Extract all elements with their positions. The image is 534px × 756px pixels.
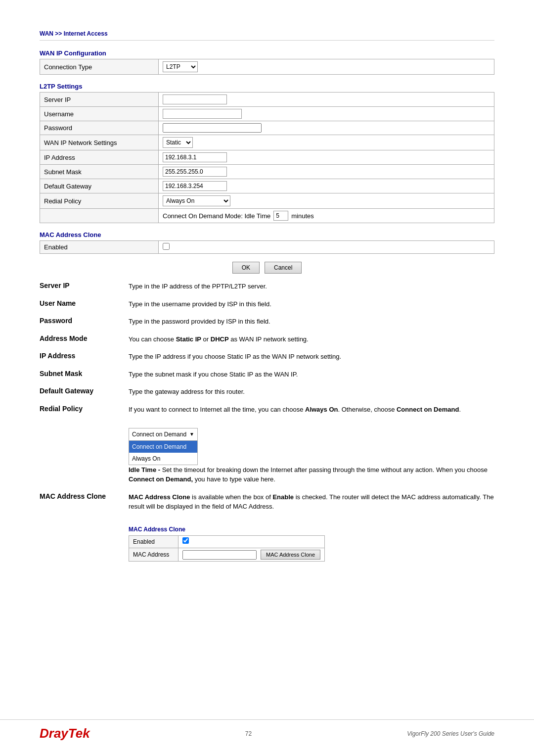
table-row: Default Gateway bbox=[40, 179, 494, 193]
wan-ip-config-title: WAN IP Configuration bbox=[40, 49, 494, 57]
dropdown-header[interactable]: Connect on Demand ▼ bbox=[129, 428, 197, 441]
logo-tek: Tek bbox=[68, 726, 90, 741]
l2tp-settings-title: L2TP Settings bbox=[40, 83, 494, 90]
dropdown-option-always-on[interactable]: Always On bbox=[129, 453, 197, 465]
breadcrumb: WAN >> Internet Access bbox=[40, 30, 494, 41]
mac-clone-top-table: Enabled bbox=[40, 240, 494, 254]
mac-enabled-checkbox[interactable] bbox=[163, 243, 170, 250]
server-ip-input[interactable] bbox=[163, 94, 227, 104]
mac-enabled-label: Enabled bbox=[40, 241, 159, 254]
desc-content-subnet-mask: Type the subnet mask if you chose Static… bbox=[129, 370, 494, 379]
table-row: Server IP bbox=[40, 93, 494, 107]
guide-title: VigorFly 200 Series User's Guide bbox=[407, 730, 494, 737]
redial-policy-label: Redial Policy bbox=[40, 193, 159, 209]
table-row: Username bbox=[40, 107, 494, 121]
desc-ip-address: IP Address Type the IP address if you ch… bbox=[40, 352, 494, 362]
desc-content-address-mode: You can choose Static IP or DHCP as WAN … bbox=[129, 334, 494, 344]
desc-password: Password Type in the password provided b… bbox=[40, 317, 494, 327]
connection-type-select[interactable]: L2TP PPTP PPPoE DHCP Static IP bbox=[163, 61, 198, 72]
subnet-mask-label: Subnet Mask bbox=[40, 165, 159, 179]
ok-button[interactable]: OK bbox=[232, 262, 260, 274]
subnet-mask-input[interactable] bbox=[163, 167, 227, 177]
mac-address-input[interactable] bbox=[182, 550, 257, 560]
brand-logo: DrayTek bbox=[40, 726, 90, 741]
mac-clone-bottom-table: Enabled MAC Address MAC Address Clone bbox=[129, 535, 325, 562]
desc-subnet-mask: Subnet Mask Type the subnet mask if you … bbox=[40, 370, 494, 379]
dropdown-demo[interactable]: Connect on Demand ▼ Connect on Demand Al… bbox=[129, 428, 198, 465]
desc-label-subnet-mask: Subnet Mask bbox=[40, 370, 129, 378]
desc-content-server-ip: Type in the IP address of the PPTP/L2TP … bbox=[129, 282, 494, 291]
desc-address-mode: Address Mode You can choose Static IP or… bbox=[40, 334, 494, 344]
l2tp-settings-section: L2TP Settings Server IP Username Passwor… bbox=[40, 83, 494, 223]
mac-enabled-bottom-label: Enabled bbox=[129, 536, 178, 548]
desc-mac-address-clone: MAC Address Clone MAC Address Clone is a… bbox=[40, 492, 494, 562]
connection-type-label: Connection Type bbox=[40, 59, 159, 75]
desc-label-mac-clone: MAC Address Clone bbox=[40, 492, 129, 500]
desc-label-server-ip: Server IP bbox=[40, 282, 129, 289]
mac-clone-top-title: MAC Address Clone bbox=[40, 231, 494, 238]
ip-address-input[interactable] bbox=[163, 152, 227, 162]
table-row: MAC Address MAC Address Clone bbox=[129, 548, 325, 562]
form-buttons: OK Cancel bbox=[40, 262, 494, 274]
table-row: Connect On Demand Mode: Idle Time minute… bbox=[40, 209, 494, 223]
default-gateway-input[interactable] bbox=[163, 181, 227, 191]
desc-redial-policy: Redial Policy If you want to connect to … bbox=[40, 405, 494, 484]
desc-label-redial-policy: Redial Policy bbox=[40, 405, 129, 413]
table-row: WAN IP Network Settings Static DHCP bbox=[40, 135, 494, 150]
table-row: Enabled bbox=[40, 241, 494, 254]
desc-label-ip-address: IP Address bbox=[40, 352, 129, 360]
table-row: Password bbox=[40, 121, 494, 135]
redial-policy-select[interactable]: Always On Connect on Demand bbox=[163, 195, 230, 206]
username-input[interactable] bbox=[163, 109, 242, 119]
idle-time-input[interactable] bbox=[273, 211, 288, 221]
desc-default-gateway: Default Gateway Type the gateway address… bbox=[40, 387, 494, 397]
mac-clone-bottom-title: MAC Address Clone bbox=[129, 525, 494, 534]
idle-time-desc: Idle Time - Set the timeout for breaking… bbox=[129, 466, 488, 483]
table-row: Subnet Mask bbox=[40, 165, 494, 179]
table-row: IP Address bbox=[40, 150, 494, 165]
password-label: Password bbox=[40, 121, 159, 135]
mac-clone-button[interactable]: MAC Address Clone bbox=[261, 550, 320, 560]
desc-server-ip: Server IP Type in the IP address of the … bbox=[40, 282, 494, 291]
mac-address-label: MAC Address bbox=[129, 548, 178, 562]
table-row: Redial Policy Always On Connect on Deman… bbox=[40, 193, 494, 209]
idle-time-row: Connect On Demand Mode: Idle Time minute… bbox=[163, 211, 490, 221]
desc-content-username: Type in the username provided by ISP in … bbox=[129, 299, 494, 309]
page-number: 72 bbox=[245, 730, 252, 737]
desc-content-password: Type in the password provided by ISP in … bbox=[129, 317, 494, 327]
wan-ip-network-label: WAN IP Network Settings bbox=[40, 135, 159, 150]
wan-ip-config-table: Connection Type L2TP PPTP PPPoE DHCP Sta… bbox=[40, 59, 494, 75]
mac-clone-top-section: MAC Address Clone Enabled bbox=[40, 231, 494, 254]
username-label: Username bbox=[40, 107, 159, 121]
desc-label-address-mode: Address Mode bbox=[40, 334, 129, 342]
desc-content-redial-policy: If you want to connect to Internet all t… bbox=[129, 405, 494, 484]
l2tp-settings-table: Server IP Username Password WAN IP Netwo… bbox=[40, 92, 494, 223]
wan-ip-config-section: WAN IP Configuration Connection Type L2T… bbox=[40, 49, 494, 75]
wan-ip-network-select[interactable]: Static DHCP bbox=[163, 137, 193, 148]
default-gateway-label: Default Gateway bbox=[40, 179, 159, 193]
idle-time-label: Connect On Demand Mode: Idle Time bbox=[163, 212, 270, 220]
cancel-button[interactable]: Cancel bbox=[265, 262, 302, 274]
server-ip-label: Server IP bbox=[40, 93, 159, 107]
mac-enabled-bottom-checkbox[interactable] bbox=[182, 537, 189, 544]
mac-clone-bottom-section: MAC Address Clone Enabled MAC Address bbox=[129, 525, 494, 562]
desc-label-default-gateway: Default Gateway bbox=[40, 387, 129, 395]
desc-content-default-gateway: Type the gateway address for this router… bbox=[129, 387, 494, 397]
idle-time-unit: minutes bbox=[291, 212, 314, 220]
dropdown-arrow-icon: ▼ bbox=[189, 430, 194, 438]
description-section: Server IP Type in the IP address of the … bbox=[40, 282, 494, 562]
table-row: Enabled bbox=[129, 536, 325, 548]
desc-content-mac-clone: MAC Address Clone is available when the … bbox=[129, 492, 494, 562]
table-row: Connection Type L2TP PPTP PPPoE DHCP Sta… bbox=[40, 59, 494, 75]
dropdown-option-connect-on-demand[interactable]: Connect on Demand bbox=[129, 441, 197, 453]
password-input[interactable] bbox=[163, 123, 262, 133]
page-footer: DrayTek 72 VigorFly 200 Series User's Gu… bbox=[0, 719, 534, 741]
ip-address-label: IP Address bbox=[40, 150, 159, 165]
desc-username: User Name Type in the username provided … bbox=[40, 299, 494, 309]
dropdown-selected-label: Connect on Demand bbox=[132, 430, 186, 439]
desc-label-username: User Name bbox=[40, 299, 129, 307]
desc-label-password: Password bbox=[40, 317, 129, 325]
desc-content-ip-address: Type the IP address if you choose Static… bbox=[129, 352, 494, 362]
logo-dray: Dray bbox=[40, 726, 68, 741]
